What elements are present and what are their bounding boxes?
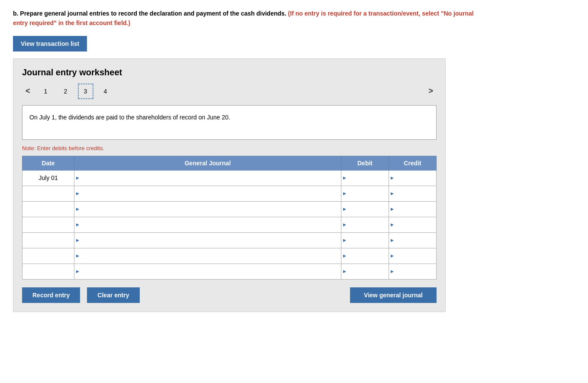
tab-3[interactable]: 3 [78, 84, 93, 99]
date-cell-1 [22, 186, 74, 201]
worksheet-title: Journal entry worksheet [22, 68, 437, 77]
debit-cell-5[interactable] [341, 248, 389, 264]
tab-navigation: < 1 2 3 4 > [22, 84, 437, 99]
debit-input-6[interactable] [341, 264, 389, 279]
gj-cell-2[interactable] [74, 201, 341, 217]
credit-input-6[interactable] [389, 264, 436, 279]
note-text: Note: Enter debits before credits. [22, 145, 437, 151]
table-row: July 01 [22, 170, 437, 186]
col-header-credit: Credit [389, 156, 437, 170]
debit-input-0[interactable] [341, 171, 389, 186]
bottom-buttons: Record entry Clear entry View general jo… [22, 287, 437, 303]
debit-cell-3[interactable] [341, 217, 389, 232]
gj-cell-5[interactable] [74, 248, 341, 264]
journal-table: Date General Journal Debit Credit July 0… [22, 156, 437, 280]
date-cell-3 [22, 217, 74, 232]
debit-input-2[interactable] [341, 202, 389, 217]
gj-cell-0[interactable] [74, 170, 341, 186]
col-header-gj: General Journal [74, 156, 341, 170]
credit-input-3[interactable] [389, 217, 436, 232]
credit-cell-2[interactable] [389, 201, 437, 217]
table-row [22, 201, 437, 217]
credit-cell-6[interactable] [389, 264, 437, 279]
date-cell-0: July 01 [22, 170, 74, 186]
tab-2[interactable]: 2 [58, 84, 74, 99]
credit-cell-0[interactable] [389, 170, 437, 186]
table-row [22, 264, 437, 279]
table-row [22, 217, 437, 232]
record-entry-button[interactable]: Record entry [22, 287, 80, 303]
gj-input-6[interactable] [74, 264, 341, 279]
debit-input-4[interactable] [341, 233, 389, 248]
date-cell-4 [22, 232, 74, 248]
credit-cell-3[interactable] [389, 217, 437, 232]
description-box: On July 1, the dividends are paid to the… [22, 105, 437, 140]
credit-input-1[interactable] [389, 186, 436, 201]
next-arrow[interactable]: > [425, 86, 437, 97]
credit-cell-5[interactable] [389, 248, 437, 264]
view-transaction-button[interactable]: View transaction list [13, 36, 87, 51]
table-row [22, 186, 437, 201]
gj-input-4[interactable] [74, 233, 341, 248]
debit-cell-1[interactable] [341, 186, 389, 201]
gj-cell-4[interactable] [74, 232, 341, 248]
gj-cell-1[interactable] [74, 186, 341, 201]
instruction-text: b. Prepare general journal entries to re… [13, 9, 489, 28]
credit-input-5[interactable] [389, 248, 436, 264]
clear-entry-button[interactable]: Clear entry [87, 287, 139, 303]
credit-cell-1[interactable] [389, 186, 437, 201]
prev-arrow[interactable]: < [22, 86, 34, 97]
gj-cell-3[interactable] [74, 217, 341, 232]
worksheet-container: Journal entry worksheet < 1 2 3 4 > On J… [13, 58, 446, 312]
col-header-date: Date [22, 156, 74, 170]
date-cell-2 [22, 201, 74, 217]
debit-input-5[interactable] [341, 248, 389, 264]
gj-input-5[interactable] [74, 248, 341, 264]
view-general-journal-button[interactable]: View general journal [350, 287, 437, 303]
tab-1[interactable]: 1 [38, 84, 54, 99]
date-cell-6 [22, 264, 74, 279]
table-row [22, 232, 437, 248]
credit-input-0[interactable] [389, 171, 436, 186]
debit-input-1[interactable] [341, 186, 389, 201]
credit-input-4[interactable] [389, 233, 436, 248]
gj-input-2[interactable] [74, 202, 341, 217]
col-header-debit: Debit [341, 156, 389, 170]
debit-input-3[interactable] [341, 217, 389, 232]
debit-cell-4[interactable] [341, 232, 389, 248]
gj-input-3[interactable] [74, 217, 341, 232]
gj-input-0[interactable] [74, 171, 341, 186]
gj-cell-6[interactable] [74, 264, 341, 279]
table-row [22, 248, 437, 264]
date-cell-5 [22, 248, 74, 264]
debit-cell-2[interactable] [341, 201, 389, 217]
debit-cell-6[interactable] [341, 264, 389, 279]
gj-input-1[interactable] [74, 186, 341, 201]
credit-input-2[interactable] [389, 202, 436, 217]
debit-cell-0[interactable] [341, 170, 389, 186]
tab-4[interactable]: 4 [98, 84, 113, 99]
credit-cell-4[interactable] [389, 232, 437, 248]
